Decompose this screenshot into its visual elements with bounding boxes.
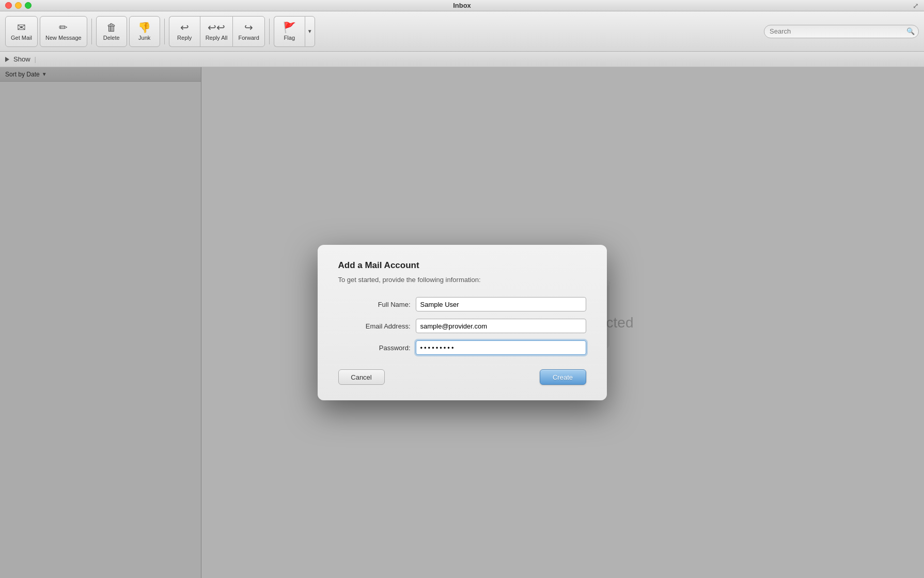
- flag-dropdown-icon: ▼: [307, 29, 312, 34]
- flag-button[interactable]: 🚩 Flag: [274, 16, 305, 47]
- full-name-field[interactable]: [416, 297, 586, 311]
- show-triangle-icon[interactable]: [5, 57, 9, 62]
- forward-icon: ↪: [244, 22, 253, 33]
- toolbar: ✉ Get Mail ✏ New Message 🗑 Delete 👎 Junk…: [0, 11, 924, 52]
- new-message-label: New Message: [45, 35, 82, 41]
- resize-button[interactable]: ⤢: [913, 2, 919, 10]
- search-bar: 🔍: [764, 25, 919, 38]
- toolbar-separator-1: [91, 19, 92, 44]
- dialog-subtitle: To get started, provide the following in…: [338, 276, 586, 284]
- flag-icon: 🚩: [283, 22, 296, 33]
- dialog-title: Add a Mail Account: [338, 260, 586, 271]
- reply-label: Reply: [177, 35, 192, 41]
- delete-button[interactable]: 🗑 Delete: [96, 16, 127, 47]
- dialog-buttons: Cancel Create: [338, 369, 586, 385]
- full-name-row: Full Name:: [338, 297, 586, 311]
- title-bar: Inbox ⤢: [0, 0, 924, 11]
- junk-button[interactable]: 👎 Junk: [129, 16, 160, 47]
- reply-button[interactable]: ↩ Reply: [169, 16, 200, 47]
- dialog-overlay: Add a Mail Account To get started, provi…: [0, 67, 924, 578]
- add-mail-account-dialog: Add a Mail Account To get started, provi…: [318, 245, 607, 400]
- maximize-button[interactable]: [25, 2, 32, 9]
- new-message-button[interactable]: ✏ New Message: [40, 16, 87, 47]
- show-bar: Show |: [0, 52, 924, 67]
- forward-button[interactable]: ↪ Forward: [232, 16, 264, 47]
- reply-all-label: Reply All: [206, 35, 228, 41]
- password-field[interactable]: [416, 340, 586, 355]
- new-message-icon: ✏: [59, 22, 68, 33]
- email-label: Email Address:: [338, 322, 411, 330]
- get-mail-label: Get Mail: [11, 35, 32, 41]
- reply-all-button[interactable]: ↩↩ Reply All: [200, 16, 233, 47]
- delete-icon: 🗑: [106, 22, 117, 33]
- junk-label: Junk: [138, 35, 150, 41]
- delete-label: Delete: [103, 35, 120, 41]
- flag-label: Flag: [284, 35, 295, 41]
- search-icon: 🔍: [906, 27, 915, 35]
- toolbar-separator-2: [164, 19, 165, 44]
- reply-icon: ↩: [180, 22, 189, 33]
- search-icon-wrap: 🔍: [764, 25, 919, 38]
- minimize-button[interactable]: [15, 2, 22, 9]
- cancel-button[interactable]: Cancel: [338, 369, 385, 385]
- create-button[interactable]: Create: [540, 369, 586, 385]
- get-mail-icon: ✉: [17, 22, 26, 33]
- full-name-label: Full Name:: [338, 301, 411, 308]
- flag-group: 🚩 Flag ▼: [274, 16, 315, 47]
- reply-group: ↩ Reply ↩↩ Reply All ↪ Forward: [169, 16, 265, 47]
- search-input[interactable]: [764, 25, 919, 38]
- forward-label: Forward: [238, 35, 259, 41]
- password-row: Password:: [338, 340, 586, 355]
- window-controls: [5, 2, 32, 9]
- show-label[interactable]: Show: [13, 55, 30, 63]
- toolbar-separator-3: [269, 19, 270, 44]
- email-field[interactable]: [416, 319, 586, 333]
- reply-all-icon: ↩↩: [208, 22, 225, 33]
- junk-icon: 👎: [138, 22, 151, 33]
- window-title: Inbox: [453, 2, 471, 9]
- get-mail-button[interactable]: ✉ Get Mail: [5, 16, 38, 47]
- show-divider: |: [35, 55, 36, 63]
- main-content: Sort by Date ▼ No Message Selected Add a…: [0, 67, 924, 578]
- close-button[interactable]: [5, 2, 12, 9]
- email-row: Email Address:: [338, 319, 586, 333]
- password-label: Password:: [338, 344, 411, 352]
- flag-dropdown-button[interactable]: ▼: [305, 16, 315, 47]
